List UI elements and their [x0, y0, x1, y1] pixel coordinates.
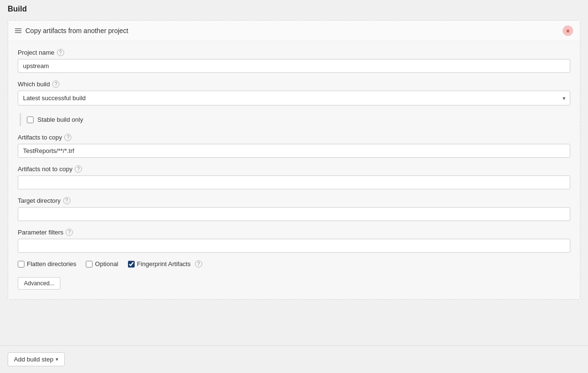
artifacts-not-to-copy-label: Artifacts not to copy ? [18, 165, 570, 173]
artifacts-to-copy-label: Artifacts to copy ? [18, 134, 570, 141]
add-step-dropdown-arrow: ▾ [56, 356, 58, 362]
artifacts-to-copy-input[interactable] [18, 144, 570, 158]
drag-handle-icon[interactable] [15, 28, 22, 33]
flatten-directories-checkbox[interactable] [18, 261, 24, 268]
which-build-help-icon[interactable]: ? [52, 81, 59, 88]
target-directory-input[interactable] [18, 207, 570, 221]
artifacts-not-to-copy-group: Artifacts not to copy ? [18, 165, 570, 189]
target-directory-group: Target directory ? [18, 197, 570, 221]
artifacts-to-copy-help-icon[interactable]: ? [64, 134, 71, 141]
artifacts-not-to-copy-help-icon[interactable]: ? [75, 165, 82, 173]
add-build-step-label: Add build step [14, 356, 53, 363]
close-button[interactable]: × [563, 25, 573, 36]
optional-item: Optional [86, 260, 118, 268]
optional-checkbox[interactable] [86, 261, 92, 268]
project-name-label: Project name ? [18, 49, 570, 56]
advanced-button[interactable]: Advanced... [18, 277, 60, 290]
fingerprint-artifacts-checkbox[interactable] [128, 261, 135, 268]
which-build-select-wrapper: Latest successful build Latest build Spe… [18, 91, 570, 105]
add-build-step-button[interactable]: Add build step ▾ [8, 352, 65, 366]
optional-label: Optional [95, 260, 118, 268]
stable-build-checkbox[interactable] [27, 117, 34, 123]
card-title: Copy artifacts from another project [25, 27, 128, 35]
target-directory-label: Target directory ? [18, 197, 570, 204]
page-title: Build [8, 5, 580, 13]
which-build-select[interactable]: Latest successful build Latest build Spe… [18, 91, 570, 105]
footer: Add build step ▾ [0, 345, 588, 373]
parameter-filters-group: Parameter filters ? [18, 229, 570, 253]
card-header-left: Copy artifacts from another project [15, 27, 128, 35]
target-directory-help-icon[interactable]: ? [63, 197, 70, 204]
fingerprint-artifacts-help-icon[interactable]: ? [195, 260, 202, 268]
project-name-help-icon[interactable]: ? [57, 49, 64, 56]
stable-build-label: Stable build only [37, 116, 83, 123]
parameter-filters-help-icon[interactable]: ? [66, 229, 73, 236]
which-build-group: Which build ? Latest successful build La… [18, 81, 570, 105]
which-build-label: Which build ? [18, 81, 570, 88]
flatten-directories-label: Flatten directories [27, 260, 76, 268]
parameter-filters-input[interactable] [18, 239, 570, 253]
artifacts-to-copy-group: Artifacts to copy ? [18, 134, 570, 158]
project-name-input[interactable] [18, 59, 570, 73]
project-name-group: Project name ? [18, 49, 570, 73]
bottom-checkboxes-row: Flatten directories Optional Fingerprint… [18, 260, 570, 268]
stable-build-row: Stable build only [20, 113, 570, 126]
fingerprint-artifacts-label: Fingerprint Artifacts [137, 260, 191, 268]
parameter-filters-label: Parameter filters ? [18, 229, 570, 236]
flatten-directories-item: Flatten directories [18, 260, 76, 268]
build-step-card: Copy artifacts from another project × Pr… [8, 20, 580, 300]
card-body: Project name ? Which build ? Latest succ… [8, 41, 580, 299]
artifacts-not-to-copy-input[interactable] [18, 175, 570, 189]
card-header: Copy artifacts from another project × [8, 21, 580, 41]
fingerprint-artifacts-item: Fingerprint Artifacts ? [128, 260, 202, 268]
